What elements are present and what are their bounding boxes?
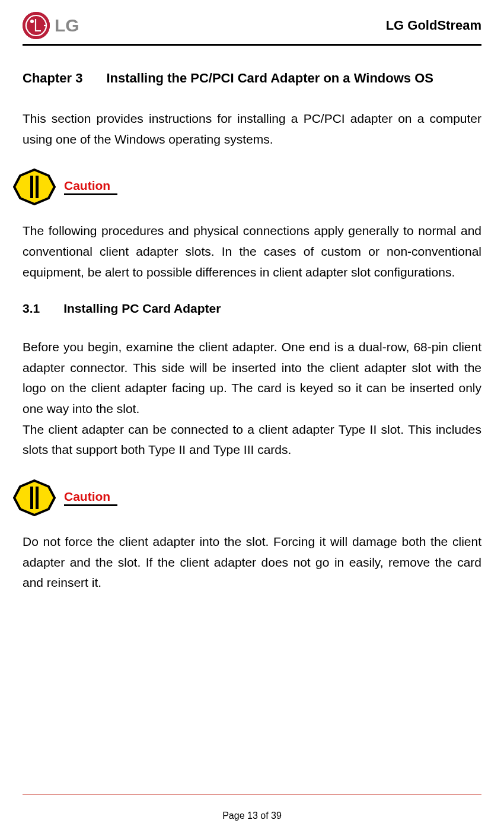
caution-2-text: Do not force the client adapter into the…: [23, 532, 481, 593]
intro-paragraph: This section provides instructions for i…: [23, 109, 481, 150]
section-paragraph-2: The client adapter can be connected to a…: [23, 420, 481, 460]
page-number: Page 13 of 39: [23, 811, 481, 821]
section-heading: 3.1Installing PC Card Adapter: [23, 301, 481, 316]
caution-icon: [13, 479, 56, 516]
caution-label: Caution: [64, 490, 117, 506]
svg-rect-4: [36, 176, 39, 198]
page-header: LG LG GoldStream: [23, 12, 481, 46]
svg-rect-6: [30, 487, 33, 509]
lg-logo-text: LG: [55, 15, 79, 36]
lg-logo-icon: [23, 12, 50, 39]
svg-marker-5: [14, 481, 55, 515]
section-paragraph-1: Before you begin, examine the client ada…: [23, 337, 481, 420]
section-number: 3.1: [23, 301, 40, 316]
chapter-title: Installing the PC/PCI Card Adapter on a …: [106, 71, 433, 85]
section-title: Installing PC Card Adapter: [63, 301, 221, 315]
caution-1-text: The following procedures and physical co…: [23, 221, 481, 282]
svg-rect-3: [30, 176, 33, 198]
caution-block-1: Caution: [13, 169, 481, 205]
chapter-heading: Chapter 3Installing the PC/PCI Card Adap…: [23, 71, 481, 86]
caution-label: Caution: [64, 179, 117, 195]
svg-point-1: [30, 20, 34, 23]
chapter-number: Chapter 3: [23, 71, 82, 86]
lg-logo: LG: [23, 12, 79, 39]
page-footer: Page 13 of 39: [23, 794, 481, 821]
svg-rect-7: [36, 487, 39, 509]
svg-marker-2: [14, 170, 55, 204]
caution-block-2: Caution: [13, 479, 481, 516]
footer-rule: [23, 794, 481, 795]
caution-icon: [13, 169, 56, 205]
document-title: LG GoldStream: [386, 18, 481, 33]
